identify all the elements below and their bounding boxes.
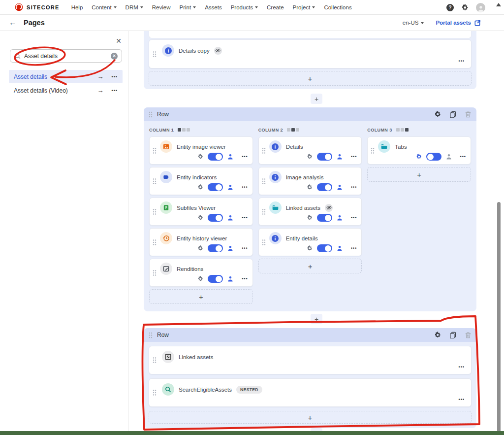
list-item-asset-details[interactable]: Asset details → ••• [9, 70, 123, 83]
help-icon[interactable]: ? [446, 4, 454, 11]
close-icon[interactable]: ✕ [116, 37, 122, 45]
drag-handle-icon[interactable] [153, 51, 157, 57]
add-row-button[interactable]: + [311, 314, 322, 324]
visibility-toggle[interactable] [317, 183, 332, 191]
component-card-partial[interactable] [149, 31, 472, 38]
drag-handle-icon[interactable] [153, 208, 157, 215]
row-header[interactable]: Row [144, 107, 476, 121]
more-options-icon[interactable]: ••• [242, 246, 248, 251]
drag-handle-icon[interactable] [153, 239, 157, 245]
drag-handle-icon[interactable] [149, 332, 153, 338]
component-settings-gear-icon[interactable] [307, 215, 313, 221]
more-options-icon[interactable]: ••• [242, 215, 248, 220]
personalization-person-icon[interactable] [227, 276, 233, 282]
row-settings-gear-icon[interactable] [434, 332, 441, 338]
drag-handle-icon[interactable] [262, 208, 266, 215]
component-settings-gear-icon[interactable] [197, 245, 203, 251]
drag-handle-icon[interactable] [262, 147, 266, 154]
component-card-linked-assets[interactable]: Linked assets ••• [258, 198, 362, 226]
component-card-subfiles-viewer[interactable]: Subfiles Viewer ••• [149, 198, 253, 226]
more-options-icon[interactable]: ••• [351, 215, 357, 220]
component-card-entity-indicators[interactable]: Entity indicators ••• [149, 167, 253, 195]
arrow-right-icon[interactable]: → [97, 73, 104, 80]
personalization-person-icon[interactable] [337, 184, 343, 190]
delete-row-trash-icon[interactable] [465, 111, 472, 118]
component-settings-gear-icon[interactable] [197, 276, 203, 282]
search-input[interactable] [24, 53, 108, 60]
more-options-icon[interactable]: ••• [459, 397, 465, 402]
drag-handle-icon[interactable] [371, 147, 375, 154]
drag-handle-icon[interactable] [153, 357, 157, 364]
personalization-person-icon[interactable] [337, 215, 343, 221]
component-card-image-analysis[interactable]: Image analysis ••• [258, 167, 362, 195]
personalization-person-icon[interactable] [227, 184, 233, 190]
component-card-details[interactable]: Details ••• [258, 136, 362, 165]
drag-handle-icon[interactable] [153, 269, 157, 276]
visibility-toggle[interactable] [317, 244, 332, 252]
more-options-icon[interactable]: ••• [112, 74, 118, 79]
settings-gear-icon[interactable] [461, 4, 469, 11]
component-settings-gear-icon[interactable] [197, 154, 203, 160]
component-card-entity-details[interactable]: Entity details ••• [258, 228, 362, 256]
more-options-icon[interactable]: ••• [242, 154, 248, 159]
personalization-person-icon[interactable] [227, 245, 233, 251]
menu-item-assets[interactable]: Assets [205, 4, 222, 10]
drag-handle-icon[interactable] [153, 178, 157, 184]
menu-item-drm[interactable]: DRM [126, 4, 143, 10]
clear-search-icon[interactable]: ✕ [111, 53, 118, 60]
component-card-linked-assets-bottom[interactable]: Linked assets ••• [149, 346, 472, 374]
add-component-button[interactable]: + [149, 411, 472, 424]
component-card-searcheligibleassets[interactable]: SearchEligibleAssets NESTED ••• [149, 378, 472, 407]
add-component-button[interactable]: + [367, 167, 471, 182]
drag-handle-icon[interactable] [149, 111, 153, 118]
more-options-icon[interactable]: ••• [351, 185, 357, 190]
drag-handle-icon[interactable] [153, 147, 157, 154]
personalization-person-icon[interactable] [227, 154, 233, 160]
component-card-tabs[interactable]: Tabs ••• [367, 136, 471, 165]
more-options-icon[interactable]: ••• [351, 246, 357, 251]
duplicate-row-icon[interactable] [449, 332, 456, 338]
more-options-icon[interactable]: ••• [459, 59, 465, 64]
component-card-entity-image-viewer[interactable]: Entity image viewer ••• [149, 136, 253, 165]
scrollbar-thumb[interactable] [497, 202, 501, 435]
menu-item-products[interactable]: Products [231, 4, 258, 10]
component-card-renditions[interactable]: Renditions ••• [149, 259, 253, 287]
search-box[interactable]: ✕ [10, 49, 122, 63]
add-component-button[interactable]: + [149, 289, 253, 304]
component-card-details-copy[interactable]: Details copy ••• [149, 39, 472, 68]
list-item-asset-details-video[interactable]: Asset details (Video) → ••• [9, 84, 123, 97]
visibility-toggle[interactable] [317, 153, 332, 161]
duplicate-row-icon[interactable] [449, 111, 456, 118]
add-row-button[interactable]: + [311, 94, 322, 104]
component-card-entity-history-viewer[interactable]: Entity history viewer ••• [149, 228, 253, 256]
scrollbar-up-arrow[interactable] [496, 3, 501, 6]
menu-item-create[interactable]: Create [267, 4, 284, 10]
more-options-icon[interactable]: ••• [242, 276, 248, 281]
more-options-icon[interactable]: ••• [460, 154, 466, 159]
visibility-toggle[interactable] [317, 214, 332, 222]
drag-handle-icon[interactable] [262, 239, 266, 245]
personalization-person-icon[interactable] [337, 245, 343, 251]
personalization-person-icon[interactable] [446, 154, 452, 160]
menu-item-review[interactable]: Review [152, 4, 171, 10]
visibility-toggle[interactable] [426, 153, 441, 161]
component-settings-gear-icon[interactable] [197, 215, 203, 221]
more-options-icon[interactable]: ••• [459, 365, 465, 369]
sitecore-logo[interactable]: SITECORE [15, 3, 60, 11]
component-settings-gear-icon[interactable] [416, 154, 422, 160]
personalization-person-icon[interactable] [337, 154, 343, 160]
menu-item-collections[interactable]: Collections [324, 4, 351, 10]
row-settings-gear-icon[interactable] [434, 111, 441, 118]
portal-assets-link[interactable]: Portal assets [436, 19, 481, 27]
arrow-right-icon[interactable]: → [97, 87, 104, 94]
menu-item-content[interactable]: Content [92, 4, 116, 10]
component-settings-gear-icon[interactable] [307, 184, 313, 190]
visibility-toggle[interactable] [208, 214, 223, 222]
personalization-person-icon[interactable] [227, 215, 233, 221]
back-arrow-icon[interactable]: ← [9, 19, 17, 27]
drag-handle-icon[interactable] [262, 178, 266, 184]
visibility-toggle[interactable] [208, 153, 223, 161]
add-component-button[interactable]: + [149, 71, 472, 86]
component-settings-gear-icon[interactable] [307, 245, 313, 251]
visibility-toggle[interactable] [208, 183, 223, 191]
